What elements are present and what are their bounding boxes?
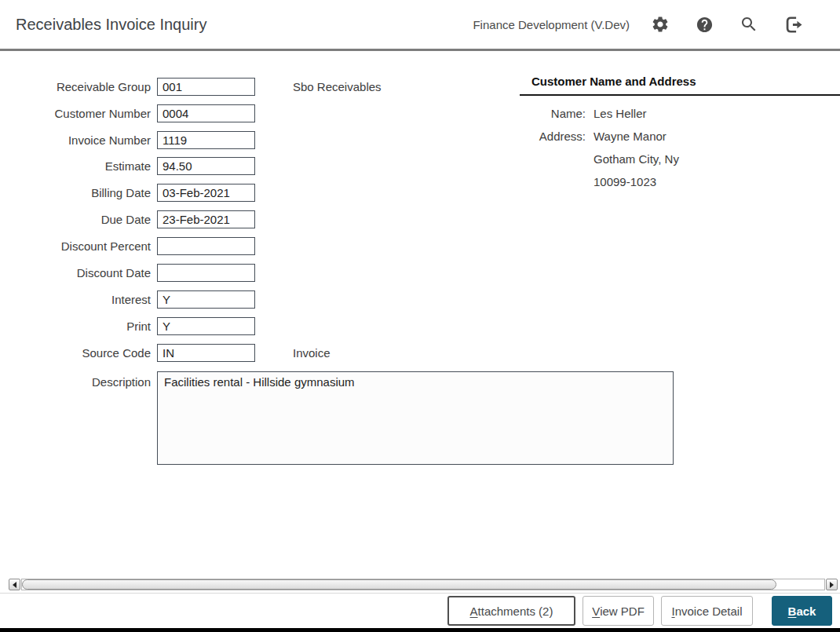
header-actions: Finance Development (V.Dev) xyxy=(473,0,804,49)
address-label: Address: xyxy=(520,130,586,144)
interest-input[interactable] xyxy=(157,290,255,309)
horizontal-scrollbar[interactable] xyxy=(9,579,838,590)
footer-button-bar: Attachments (2) View PDF Invoice Detail … xyxy=(447,596,832,626)
receivable-group-description-text: Sbo Receivables xyxy=(293,80,382,93)
source-code-label: Source Code xyxy=(0,346,151,360)
receivable-group-label: Receivable Group xyxy=(0,80,151,93)
attachments-button-accesskey: A xyxy=(470,605,478,618)
due-date-label: Due Date xyxy=(0,213,151,226)
customer-address-row: Address: Wayne Manor xyxy=(520,130,840,144)
logout-icon[interactable] xyxy=(784,15,804,35)
receivables-invoice-inquiry-page: Receivables Invoice Inquiry Finance Deve… xyxy=(0,0,840,632)
bottom-black-bar xyxy=(0,628,840,632)
billing-date-label: Billing Date xyxy=(0,186,151,199)
customer-number-input[interactable] xyxy=(157,104,255,122)
address-line-1: Wayne Manor xyxy=(593,130,667,144)
view-pdf-button-label: iew PDF xyxy=(600,605,645,618)
print-input[interactable] xyxy=(157,317,255,335)
scroll-left-button[interactable] xyxy=(9,579,20,590)
back-button-label: ack xyxy=(796,605,816,618)
name-label: Name: xyxy=(520,107,586,121)
invoice-detail-button-label: nvoice Detail xyxy=(675,605,743,618)
print-label: Print xyxy=(0,320,151,333)
field-row-due-date: Due Date xyxy=(0,210,691,228)
address-line-2: Gotham City, Ny xyxy=(593,152,679,166)
field-row-discount-date: Discount Date xyxy=(0,264,691,282)
customer-section-title: Customer Name and Address xyxy=(520,72,840,96)
source-code-input[interactable] xyxy=(157,344,255,362)
scroll-right-button[interactable] xyxy=(826,579,838,590)
attachments-button-label: ttachments (2) xyxy=(478,605,553,618)
attachments-button[interactable]: Attachments (2) xyxy=(447,596,575,626)
scrollbar-track[interactable] xyxy=(21,579,825,590)
address-line-3: 10099-1023 xyxy=(593,175,656,189)
invoice-detail-button[interactable]: Invoice Detail xyxy=(661,596,753,626)
field-row-print: Print xyxy=(0,317,691,335)
customer-address-row-3: 10099-1023 xyxy=(520,175,840,189)
customer-name-row: Name: Les Heller xyxy=(520,107,840,121)
app-header: Receivables Invoice Inquiry Finance Deve… xyxy=(0,0,840,49)
customer-number-label: Customer Number xyxy=(0,107,151,120)
description-label: Description xyxy=(0,371,151,389)
environment-label: Finance Development (V.Dev) xyxy=(473,18,630,31)
footer-divider xyxy=(0,593,840,594)
scrollbar-thumb[interactable] xyxy=(22,579,776,590)
address-label-spacer xyxy=(520,175,586,189)
source-code-description-text: Invoice xyxy=(293,346,331,360)
right-arrow-icon xyxy=(830,582,834,588)
header-divider xyxy=(0,49,840,51)
estimate-label: Estimate xyxy=(0,159,151,173)
field-row-description: Description Facilities rental - Hillside… xyxy=(0,371,691,465)
invoice-number-input[interactable] xyxy=(157,131,255,149)
interest-label: Interest xyxy=(0,293,151,306)
customer-rows: Name: Les Heller Address: Wayne Manor Go… xyxy=(520,107,840,189)
search-icon[interactable] xyxy=(740,15,758,34)
view-pdf-button-accesskey: V xyxy=(592,605,600,618)
back-button-accesskey: B xyxy=(788,605,797,618)
field-row-source-code: Source Code Invoice xyxy=(0,344,691,362)
field-row-discount-percent: Discount Percent xyxy=(0,237,691,255)
billing-date-input[interactable] xyxy=(157,184,255,202)
estimate-input[interactable] xyxy=(157,157,255,175)
discount-percent-input[interactable] xyxy=(157,237,255,255)
field-row-interest: Interest xyxy=(0,290,691,309)
discount-date-input[interactable] xyxy=(157,264,255,282)
customer-address-row-2: Gotham City, Ny xyxy=(520,152,840,166)
left-arrow-icon xyxy=(13,582,16,588)
description-textarea[interactable]: Facilities rental - Hillside gymnasium xyxy=(157,371,674,465)
back-button[interactable]: Back xyxy=(772,596,832,626)
address-label-spacer xyxy=(520,152,586,166)
page-title: Receivables Invoice Inquiry xyxy=(0,16,206,34)
invoice-number-label: Invoice Number xyxy=(0,133,151,147)
name-value: Les Heller xyxy=(593,107,647,121)
view-pdf-button[interactable]: View PDF xyxy=(583,596,654,626)
customer-address-panel: Customer Name and Address Name: Les Hell… xyxy=(520,72,840,198)
due-date-input[interactable] xyxy=(157,210,255,228)
help-icon[interactable] xyxy=(696,16,714,34)
receivable-group-input[interactable] xyxy=(157,78,255,96)
discount-percent-label: Discount Percent xyxy=(0,239,151,253)
settings-gear-icon[interactable] xyxy=(651,15,670,34)
discount-date-label: Discount Date xyxy=(0,266,151,279)
